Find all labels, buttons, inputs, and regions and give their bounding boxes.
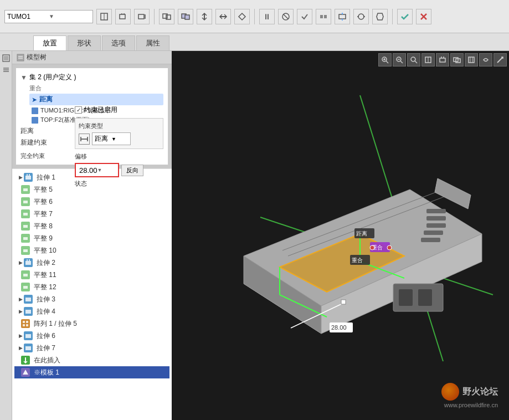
- stop-btn[interactable]: [278, 9, 294, 24]
- model-svg: 28.00 距离 重合 重合: [172, 51, 509, 420]
- svg-line-79: [497, 57, 503, 63]
- tree-item-flat10[interactable]: 平整 10: [14, 244, 169, 257]
- svg-rect-97: [418, 289, 432, 306]
- toolbar-btn-12[interactable]: [353, 9, 369, 24]
- svg-rect-5: [138, 14, 144, 19]
- toolbar-btn-13[interactable]: [372, 9, 388, 24]
- constraint-type-dropdown[interactable]: 距离 ▼: [92, 132, 131, 145]
- item-icon-1: [32, 107, 38, 114]
- icon-flat5: [21, 185, 30, 194]
- toolbar-btn-6[interactable]: [197, 9, 212, 24]
- zoom-fit-btn[interactable]: [407, 53, 420, 66]
- tab-options[interactable]: 选项: [102, 35, 135, 50]
- toolbar-btn-3[interactable]: [134, 9, 150, 24]
- tree-item-extrude3[interactable]: ▶ 拉伸 3: [14, 293, 169, 305]
- svg-rect-7: [163, 14, 167, 18]
- cancel-btn[interactable]: [416, 9, 431, 24]
- sidebar-tree-icon[interactable]: [1, 65, 11, 75]
- model-name-dropdown[interactable]: TUMO1 ▼: [4, 10, 93, 23]
- pause-btn[interactable]: ⏸: [259, 9, 275, 24]
- tree-item-template[interactable]: ※模板 1: [14, 366, 169, 378]
- toolbar-btn-5[interactable]: [178, 9, 193, 24]
- tree-item-flat9[interactable]: 平整 9: [14, 232, 169, 244]
- field-distance-label: 距离: [20, 126, 56, 136]
- panel-title: 模型树: [27, 53, 47, 62]
- expand-extrude1: ▶: [19, 175, 23, 180]
- tree-item-flat8[interactable]: 平整 8: [14, 220, 169, 232]
- reverse-btn[interactable]: 反向: [121, 165, 143, 176]
- zoom-out-btn[interactable]: [393, 53, 406, 66]
- svg-text:距离: 距离: [356, 231, 367, 237]
- watermark: 野火论坛 www.proewildfire.cn: [441, 383, 498, 409]
- tree-item-extrude6[interactable]: ▶ 拉伸 6: [14, 330, 169, 342]
- panel-icon: [17, 54, 24, 62]
- set-expand-icon[interactable]: ▼: [20, 74, 27, 81]
- sub-label-row: 重合: [29, 84, 163, 93]
- toolbar-btn-4[interactable]: [159, 9, 174, 24]
- sep1: [154, 9, 155, 24]
- toolbar-btn-11[interactable]: [335, 9, 350, 24]
- viewport-toolbar: [378, 53, 507, 66]
- offset-input-box[interactable]: 28.00 ▼: [75, 163, 119, 177]
- svg-rect-54: [23, 324, 25, 326]
- toolbar-btn-10[interactable]: [316, 9, 331, 24]
- tree-item-flat12[interactable]: 平整 12: [14, 281, 169, 293]
- tab-shape[interactable]: 形状: [68, 35, 101, 50]
- svg-point-113: [370, 245, 374, 250]
- icon-template: [21, 368, 30, 377]
- icon-extrude6: [24, 331, 33, 340]
- svg-point-20: [358, 14, 364, 19]
- tab-placement[interactable]: 放置: [33, 35, 66, 50]
- toolbar-btn-1[interactable]: [96, 9, 112, 24]
- expand-extrude6: ▶: [19, 333, 23, 339]
- constraint-enabled-label: 约束已启用: [84, 105, 117, 115]
- toolbar-btn-2[interactable]: [115, 9, 131, 24]
- vp-btn8[interactable]: [479, 53, 492, 66]
- constraint-type-label: 约束类型: [79, 122, 160, 130]
- offset-value: 28.00: [79, 166, 97, 175]
- template-label: ※模板 1: [34, 368, 59, 377]
- tree-item-extrude7[interactable]: ▶ 拉伸 7: [14, 342, 169, 354]
- sidebar-model-icon[interactable]: [1, 53, 11, 63]
- svg-rect-50: [25, 298, 31, 301]
- dropdown-arrow: ▼: [49, 13, 90, 19]
- svg-rect-16: [324, 15, 327, 18]
- vp-btn4[interactable]: [421, 53, 435, 66]
- svg-rect-92: [424, 231, 443, 235]
- vp-btn9[interactable]: [493, 53, 507, 66]
- vp-btn5[interactable]: [436, 53, 449, 66]
- vp-btn7[interactable]: [465, 53, 478, 66]
- svg-marker-40: [23, 201, 28, 203]
- sep3: [392, 9, 393, 24]
- svg-rect-53: [26, 321, 28, 323]
- vp-btn6[interactable]: [450, 53, 464, 66]
- tree-item-flat6[interactable]: 平整 6: [14, 196, 169, 208]
- toolbar-btn-8[interactable]: [234, 9, 250, 24]
- tree-item-extrude4[interactable]: ▶ 拉伸 4: [14, 305, 169, 317]
- svg-rect-106: [341, 300, 346, 304]
- tree-item-flat7[interactable]: 平整 7: [14, 208, 169, 220]
- model-name-label: TUMO1: [7, 13, 49, 21]
- distance-icon: [79, 134, 90, 145]
- constraint-set-header: ▼ 集 2 (用户定义 ): [20, 73, 163, 82]
- svg-line-68: [415, 61, 417, 63]
- svg-marker-41: [23, 213, 28, 216]
- zoom-in-btn[interactable]: [378, 53, 392, 66]
- sub-label: 重合: [29, 84, 42, 93]
- set-title: 集 2 (用户定义 ): [29, 73, 76, 82]
- toolbar-btn-9[interactable]: [297, 9, 312, 24]
- icon-extrude2: [24, 258, 33, 267]
- confirm-btn[interactable]: [397, 9, 413, 24]
- tree-item-array[interactable]: 阵列 1 / 拉伸 5: [14, 317, 169, 330]
- toolbar-btn-7[interactable]: [215, 9, 231, 24]
- constraint-enabled-checkbox[interactable]: [75, 106, 82, 114]
- distance-row[interactable]: ➤ 距离: [29, 94, 163, 105]
- svg-rect-8: [166, 15, 171, 19]
- tree-item-insert[interactable]: 在此插入: [14, 354, 169, 366]
- tab-properties[interactable]: 属性: [136, 35, 169, 50]
- field-new-label: 新建约束: [20, 138, 56, 147]
- svg-rect-15: [320, 15, 323, 18]
- tree-item-flat11[interactable]: 平整 11: [14, 269, 169, 281]
- tree-item-extrude2[interactable]: ▶ 拉伸 2: [14, 257, 169, 269]
- svg-rect-52: [23, 321, 25, 323]
